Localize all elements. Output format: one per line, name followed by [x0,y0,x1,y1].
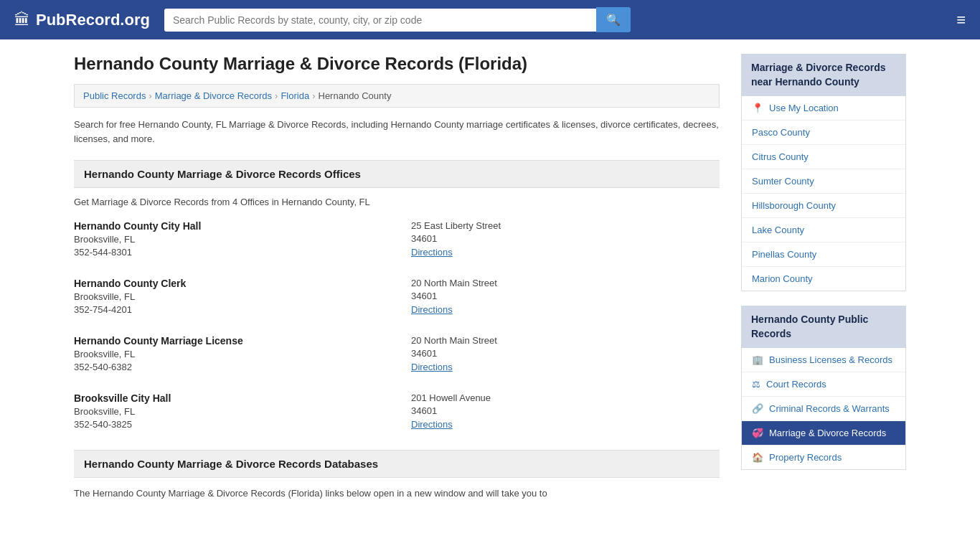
county-list-item-pinellas[interactable]: Pinellas County [742,242,905,267]
office-address-4: 201 Howell Avenue [411,392,720,403]
county-list-item-lake[interactable]: Lake County [742,218,905,242]
page-title: Hernando County Marriage & Divorce Recor… [74,54,720,74]
county-label-pasco: Pasco County [752,127,810,138]
pub-record-court-label: Court Records [766,379,826,390]
criminal-icon: 🔗 [752,403,763,414]
use-location-label: Use My Location [769,103,839,113]
content-area: Hernando County Marriage & Divorce Recor… [74,54,720,501]
office-name-1: Hernando County City Hall [74,220,382,232]
pub-record-marriage[interactable]: 💞 Marriage & Divorce Records [742,421,905,446]
breadcrumb: Public Records › Marriage & Divorce Reco… [74,84,720,108]
county-label-marion: Marion County [752,273,813,284]
office-city-1: Brooksville, FL [74,234,382,245]
office-city-3: Brooksville, FL [74,349,382,359]
marriage-icon: 💞 [752,428,763,438]
county-link-pasco[interactable]: Pasco County [742,121,905,144]
pub-record-business-label: Business Licenses & Records [769,354,892,365]
pub-record-business-link[interactable]: 🏢 Business Licenses & Records [742,348,905,372]
public-records-section-title: Hernando County Public Records [741,306,906,348]
pub-record-marriage-link[interactable]: 💞 Marriage & Divorce Records [742,421,905,445]
office-address-2: 20 North Main Street [411,278,720,288]
county-link-sumter[interactable]: Sumter County [742,169,905,193]
county-list-item-pasco[interactable]: Pasco County [742,121,905,145]
location-pin-icon: 📍 [752,103,763,113]
public-records-list: 🏢 Business Licenses & Records ⚖ Court Re… [741,348,906,470]
county-label-lake: Lake County [752,225,804,235]
office-phone-4: 352-540-3825 [74,419,382,430]
page-description: Search for free Hernando County, FL Marr… [74,118,720,146]
property-icon: 🏠 [752,452,763,463]
office-city-4: Brooksville, FL [74,406,382,417]
county-link-pinellas[interactable]: Pinellas County [742,242,905,266]
office-zip-1: 34601 [411,233,720,244]
breadcrumb-marriage-divorce[interactable]: Marriage & Divorce Records [155,90,272,101]
office-address-1: 25 East Liberty Street [411,220,720,231]
county-label-pinellas: Pinellas County [752,249,816,260]
county-link-hillsborough[interactable]: Hillsborough County [742,194,905,217]
nearby-section-title: Marriage & Divorce Records near Hernando… [741,54,906,96]
pub-record-court[interactable]: ⚖ Court Records [742,372,905,397]
search-bar: 🔍 [164,7,631,32]
office-zip-4: 34601 [411,405,720,416]
pub-record-property-link[interactable]: 🏠 Property Records [742,446,905,469]
office-entry-1: Hernando County City Hall Brooksville, F… [74,220,720,260]
pub-record-marriage-label: Marriage & Divorce Records [769,428,886,438]
offices-section-header: Hernando County Marriage & Divorce Recor… [74,160,720,188]
office-phone-1: 352-544-8301 [74,247,382,258]
office-entry-2: Hernando County Clerk Brooksville, FL 35… [74,278,720,318]
county-list-item-sumter[interactable]: Sumter County [742,169,905,194]
logo-icon: 🏛 [14,11,30,29]
pub-record-property-label: Property Records [769,452,842,463]
breadcrumb-florida[interactable]: Florida [281,90,309,101]
office-phone-3: 352-540-6382 [74,362,382,372]
sidebar: Marriage & Divorce Records near Hernando… [741,54,906,501]
breadcrumb-hernando: Hernando County [319,90,392,101]
office-name-3: Hernando County Marriage License [74,335,382,347]
office-phone-2: 352-754-4201 [74,304,382,315]
office-city-2: Brooksville, FL [74,291,382,302]
main-container: Hernando County Marriage & Divorce Recor… [60,39,920,515]
directions-link-3[interactable]: Directions [411,362,453,372]
use-location-link[interactable]: 📍 Use My Location [742,96,905,120]
court-icon: ⚖ [752,379,760,390]
pub-record-criminal-link[interactable]: 🔗 Criminal Records & Warrants [742,397,905,420]
databases-section-header: Hernando County Marriage & Divorce Recor… [74,450,720,478]
pub-record-business[interactable]: 🏢 Business Licenses & Records [742,348,905,372]
nearby-county-list: 📍 Use My Location Pasco County Citrus Co… [741,96,906,291]
county-list-item-hillsborough[interactable]: Hillsborough County [742,194,905,218]
office-address-3: 20 North Main Street [411,335,720,346]
office-entry-4: Brooksville City Hall Brooksville, FL 35… [74,392,720,433]
county-list-item-citrus[interactable]: Citrus County [742,145,905,169]
search-button[interactable]: 🔍 [596,7,631,32]
directions-link-1[interactable]: Directions [411,247,453,258]
county-list-item-marion[interactable]: Marion County [742,267,905,291]
office-entry-3: Hernando County Marriage License Brooksv… [74,335,720,375]
office-zip-2: 34601 [411,291,720,301]
pub-record-criminal-label: Criminal Records & Warrants [769,403,890,414]
directions-link-4[interactable]: Directions [411,419,453,430]
business-icon: 🏢 [752,354,763,365]
search-input[interactable] [164,9,596,32]
office-name-4: Brooksville City Hall [74,392,382,404]
county-label-sumter: Sumter County [752,176,814,187]
site-header: 🏛 PubRecord.org 🔍 ≡ [0,0,980,39]
pub-record-criminal[interactable]: 🔗 Criminal Records & Warrants [742,397,905,421]
county-link-marion[interactable]: Marion County [742,267,905,291]
logo-text: PubRecord.org [36,11,150,29]
pub-record-property[interactable]: 🏠 Property Records [742,446,905,469]
county-link-citrus[interactable]: Citrus County [742,145,905,169]
county-label-hillsborough: Hillsborough County [752,200,836,211]
county-link-lake[interactable]: Lake County [742,218,905,242]
databases-description: The Hernando County Marriage & Divorce R… [74,486,720,501]
logo-link[interactable]: 🏛 PubRecord.org [14,11,150,29]
breadcrumb-public-records[interactable]: Public Records [83,90,146,101]
office-zip-3: 34601 [411,348,720,359]
office-name-2: Hernando County Clerk [74,278,382,289]
pub-record-court-link[interactable]: ⚖ Court Records [742,372,905,396]
offices-count: Get Marriage & Divorce Records from 4 Of… [74,197,720,207]
directions-link-2[interactable]: Directions [411,304,453,315]
use-location-item[interactable]: 📍 Use My Location [742,96,905,121]
menu-button[interactable]: ≡ [956,12,966,28]
county-label-citrus: Citrus County [752,151,809,162]
